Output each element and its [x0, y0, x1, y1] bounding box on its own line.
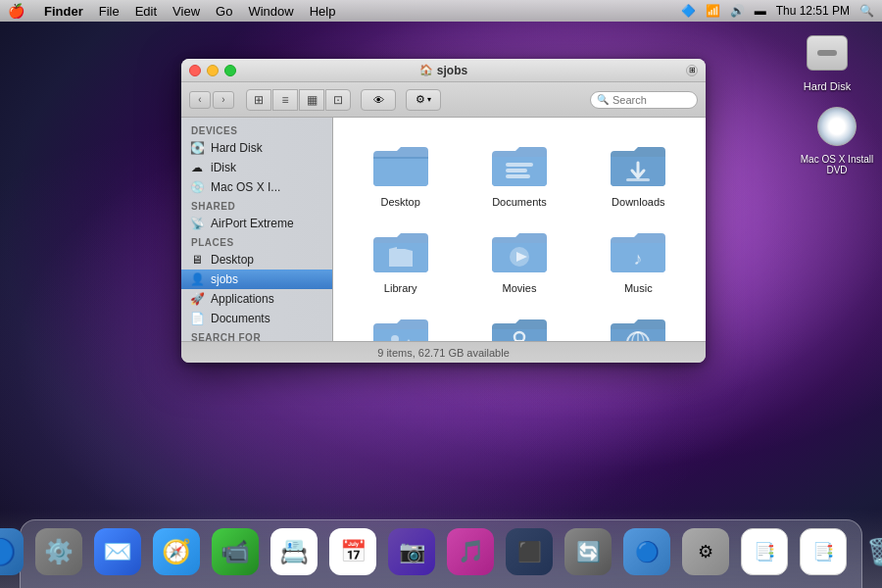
svg-rect-2: [506, 174, 530, 178]
folder-sites[interactable]: Sites: [583, 306, 694, 341]
macosx-icon: 💿: [189, 179, 205, 195]
back-button[interactable]: ‹: [189, 91, 211, 109]
dock-item-timemachine[interactable]: 🔄: [562, 525, 614, 578]
desktop-sidebar-icon: 🖥: [189, 252, 205, 268]
close-button[interactable]: [189, 65, 201, 76]
menubar-file[interactable]: File: [99, 4, 120, 19]
home-icon: 🏠: [419, 64, 433, 76]
dock-item-app1[interactable]: 🔵: [620, 525, 673, 578]
sidebar-search-header: SEARCH FOR: [181, 328, 332, 341]
sidebar-places-header: PLACES: [181, 233, 332, 250]
dock-item-itunes[interactable]: 🎵: [444, 525, 497, 578]
folder-public[interactable]: Public: [464, 306, 574, 341]
battery-icon[interactable]: ▬: [755, 4, 766, 18]
sites-folder-icon: [607, 310, 669, 341]
menubar-edit[interactable]: Edit: [135, 4, 157, 19]
folder-desktop[interactable]: Desktop: [345, 133, 456, 212]
dock-item-mail[interactable]: ✉️: [91, 525, 144, 578]
dock-item-address-book[interactable]: 📇: [268, 525, 320, 578]
column-view-button[interactable]: ▦: [299, 89, 324, 111]
toolbar: ‹ › ⊞ ≡ ▦ ⊡ 👁 ⚙ ▾ 🔍: [181, 82, 706, 118]
sidebar-item-idisk[interactable]: ☁ iDisk: [181, 158, 332, 177]
movies-folder-label: Movies: [503, 282, 537, 294]
movies-folder-icon: [488, 223, 551, 278]
status-bar: 9 items, 62.71 GB available: [181, 341, 706, 363]
menubar-view[interactable]: View: [172, 4, 200, 19]
window-body: DEVICES 💽 Hard Disk ☁ iDisk 💿 Mac OS X I…: [181, 118, 706, 341]
dock-item-pdf2[interactable]: 📑: [797, 525, 850, 578]
dock-item-trash[interactable]: 🗑️: [856, 525, 882, 578]
idisk-icon: ☁: [189, 160, 205, 175]
clock: Thu 12:51 PM: [776, 4, 850, 18]
minimize-button[interactable]: [207, 65, 219, 76]
folder-grid: Desktop Documents: [333, 118, 706, 341]
menubar-finder[interactable]: Finder: [44, 4, 83, 19]
search-input[interactable]: [612, 94, 691, 106]
dock-item-finder[interactable]: 🔵: [0, 525, 26, 578]
desktop-icon-hard-disk[interactable]: Hard Disk: [788, 29, 866, 92]
dock-item-system-prefs[interactable]: ⚙️: [32, 525, 85, 578]
sidebar-item-macosx[interactable]: 💿 Mac OS X I...: [181, 177, 332, 197]
apple-menu[interactable]: 🍎: [8, 3, 24, 19]
folder-pictures[interactable]: Pictures: [345, 306, 456, 341]
sidebar-item-documents[interactable]: 📄 Documents: [181, 309, 332, 328]
airport-icon: 📡: [189, 216, 205, 231]
public-folder-icon: [488, 310, 551, 341]
documents-folder-icon: [488, 137, 551, 192]
folder-music[interactable]: ♪ Music: [583, 220, 694, 298]
forward-button[interactable]: ›: [213, 91, 234, 109]
window-title: 🏠 sjobs: [419, 64, 467, 77]
sidebar-item-idisk-label: iDisk: [211, 161, 236, 174]
wifi-icon[interactable]: 📶: [706, 4, 720, 18]
folder-movies[interactable]: Movies: [464, 220, 574, 298]
dock-item-safari[interactable]: 🧭: [150, 525, 203, 578]
dock-item-pdf1[interactable]: 📑: [738, 525, 791, 578]
sidebar-item-airport[interactable]: 📡 AirPort Extreme: [181, 214, 332, 233]
resize-button[interactable]: ⊞: [686, 65, 698, 76]
sidebar-item-applications[interactable]: 🚀 Applications: [181, 289, 332, 309]
search-box[interactable]: 🔍: [590, 91, 698, 109]
dvd-label: Mac OS X Install DVD: [798, 154, 876, 175]
folder-downloads[interactable]: Downloads: [583, 133, 694, 212]
dock-item-ical[interactable]: 📅: [326, 525, 379, 578]
library-folder-icon: [369, 223, 432, 278]
hard-disk-label: Hard Disk: [804, 80, 851, 92]
dock-item-app2[interactable]: ⚙: [679, 525, 732, 578]
spotlight-icon[interactable]: 🔍: [859, 4, 874, 18]
menubar: 🍎 Finder File Edit View Go Window Help 🔷…: [0, 0, 882, 22]
menubar-window[interactable]: Window: [248, 4, 293, 19]
folder-library[interactable]: Library: [345, 220, 456, 298]
status-text: 9 items, 62.71 GB available: [377, 347, 510, 359]
maximize-button[interactable]: [224, 65, 236, 76]
action-button[interactable]: ⚙ ▾: [406, 89, 441, 111]
sidebar-item-desktop-label: Desktop: [211, 253, 254, 267]
sidebar: DEVICES 💽 Hard Disk ☁ iDisk 💿 Mac OS X I…: [181, 118, 333, 341]
sidebar-item-desktop[interactable]: 🖥 Desktop: [181, 250, 332, 270]
sidebar-item-hard-disk[interactable]: 💽 Hard Disk: [181, 138, 332, 158]
volume-icon[interactable]: 🔊: [730, 4, 745, 18]
dock-item-facetime[interactable]: 📹: [209, 525, 262, 578]
icon-view-button[interactable]: ⊞: [246, 89, 271, 111]
traffic-lights: [189, 65, 236, 76]
folder-documents[interactable]: Documents: [464, 133, 574, 212]
sidebar-item-sjobs[interactable]: 👤 sjobs: [181, 270, 332, 289]
menubar-go[interactable]: Go: [216, 4, 232, 19]
eye-button[interactable]: 👁: [361, 89, 396, 111]
list-view-button[interactable]: ≡: [272, 89, 298, 111]
gear-icon: ⚙: [416, 93, 425, 106]
downloads-folder-icon: [607, 137, 669, 192]
bluetooth-icon[interactable]: 🔷: [681, 4, 696, 18]
finder-window: 🏠 sjobs ⊞ ‹ › ⊞ ≡ ▦ ⊡ 👁 ⚙ ▾ 🔍: [181, 59, 706, 363]
cover-view-button[interactable]: ⊡: [325, 89, 351, 111]
music-folder-icon: ♪: [607, 223, 669, 278]
desktop-folder-label: Desktop: [380, 196, 419, 208]
sidebar-item-airport-label: AirPort Extreme: [211, 217, 294, 230]
dvd-icon: [813, 103, 860, 150]
menubar-help[interactable]: Help: [310, 4, 336, 19]
desktop-icon-dvd[interactable]: Mac OS X Install DVD: [798, 103, 876, 175]
sidebar-item-hard-disk-label: Hard Disk: [211, 141, 263, 155]
search-icon: 🔍: [597, 94, 609, 105]
dock-item-iphoto[interactable]: 📷: [385, 525, 438, 578]
hard-disk-sidebar-icon: 💽: [189, 140, 205, 156]
dock-item-spaces[interactable]: ⬛: [503, 525, 556, 578]
